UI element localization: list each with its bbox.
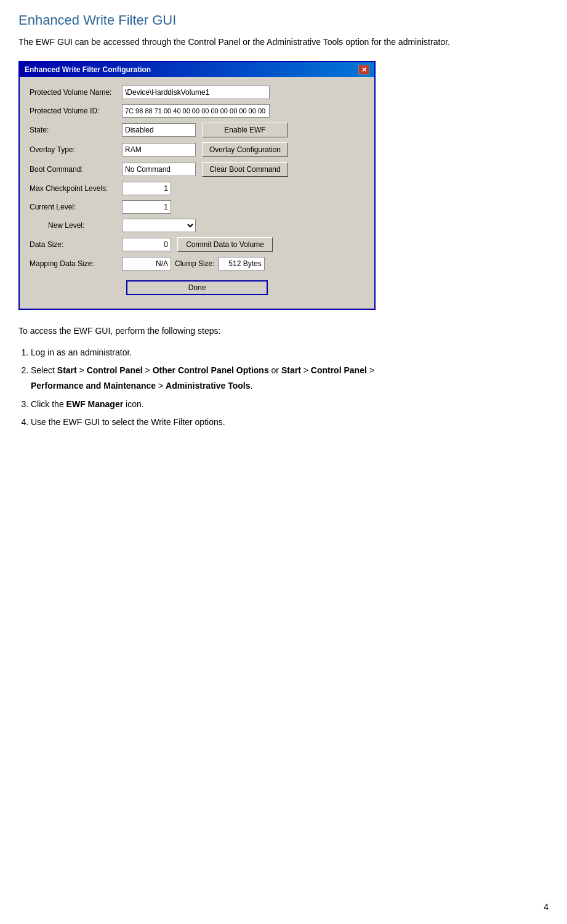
mapping-data-size-input[interactable] xyxy=(122,257,171,270)
boot-command-label: Boot Command: xyxy=(30,165,122,174)
data-size-label: Data Size: xyxy=(30,240,122,249)
dialog-body: Protected Volume Name: Protected Volume … xyxy=(20,77,374,309)
boot-command-row: Boot Command: Clear Boot Command xyxy=(30,162,364,177)
page-number: 4 xyxy=(544,902,549,912)
dialog-title: Enhanced Write Filter Configuration xyxy=(25,65,151,74)
data-size-input[interactable] xyxy=(122,238,171,251)
state-input[interactable] xyxy=(122,123,196,137)
protected-volume-id-label: Protected Volume ID: xyxy=(30,107,122,115)
max-checkpoint-input[interactable] xyxy=(122,182,171,195)
clear-boot-command-button[interactable]: Clear Boot Command xyxy=(202,162,288,177)
step-2: Select Start > Control Panel > Other Con… xyxy=(31,363,549,394)
state-row: State: Enable EWF xyxy=(30,123,364,137)
step-3: Click the EWF Manager icon. xyxy=(31,397,549,412)
max-checkpoint-label: Max Checkpoint Levels: xyxy=(30,184,122,193)
new-level-label: New Level: xyxy=(30,221,122,230)
done-button[interactable]: Done xyxy=(126,280,268,295)
new-level-row: New Level: 1 2 xyxy=(30,219,364,232)
dialog-close-button[interactable]: ✕ xyxy=(358,65,369,75)
clump-size-label: Clump Size: xyxy=(175,259,215,268)
intro-paragraph: The EWF GUI can be accessed through the … xyxy=(18,36,549,49)
access-text: To access the EWF GUI, perform the follo… xyxy=(18,325,549,338)
done-row: Done xyxy=(30,280,364,295)
current-level-row: Current Level: xyxy=(30,200,364,214)
commit-data-button[interactable]: Commit Data to Volume xyxy=(177,237,273,252)
dialog-wrapper: Enhanced Write Filter Configuration ✕ Pr… xyxy=(18,61,549,310)
step-4: Use the EWF GUI to select the Write Filt… xyxy=(31,415,549,430)
steps-list: Log in as an administrator. Select Start… xyxy=(31,345,549,430)
ewf-dialog: Enhanced Write Filter Configuration ✕ Pr… xyxy=(18,61,376,310)
dialog-titlebar: Enhanced Write Filter Configuration ✕ xyxy=(20,62,374,77)
overlay-type-row: Overlay Type: Overlay Configuration xyxy=(30,142,364,157)
data-size-row: Data Size: Commit Data to Volume xyxy=(30,237,364,252)
overlay-type-label: Overlay Type: xyxy=(30,145,122,154)
clump-size-input[interactable] xyxy=(219,257,265,270)
current-level-input[interactable] xyxy=(122,200,171,214)
bottom-section: To access the EWF GUI, perform the follo… xyxy=(18,325,549,430)
mapping-data-size-label: Mapping Data Size: xyxy=(30,259,122,268)
protected-volume-name-label: Protected Volume Name: xyxy=(30,88,122,97)
new-level-select[interactable]: 1 2 xyxy=(122,219,196,232)
mapping-data-size-row: Mapping Data Size: Clump Size: xyxy=(30,257,364,270)
step-1: Log in as an administrator. xyxy=(31,345,549,360)
current-level-label: Current Level: xyxy=(30,203,122,211)
protected-volume-id-input[interactable] xyxy=(122,104,270,118)
protected-volume-name-input[interactable] xyxy=(122,86,270,99)
page-title: Enhanced Write Filter GUI xyxy=(18,12,549,28)
overlay-type-input[interactable] xyxy=(122,143,196,156)
protected-volume-name-row: Protected Volume Name: xyxy=(30,86,364,99)
state-label: State: xyxy=(30,126,122,134)
enable-ewf-button[interactable]: Enable EWF xyxy=(202,123,288,137)
protected-volume-id-row: Protected Volume ID: xyxy=(30,104,364,118)
boot-command-input[interactable] xyxy=(122,163,196,176)
max-checkpoint-row: Max Checkpoint Levels: xyxy=(30,182,364,195)
overlay-configuration-button[interactable]: Overlay Configuration xyxy=(202,142,288,157)
